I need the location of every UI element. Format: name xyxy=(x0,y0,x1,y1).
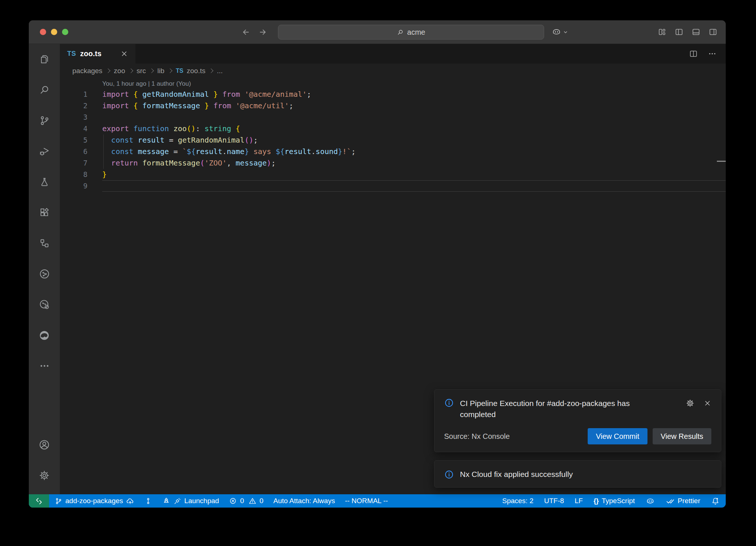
line-number: 5 xyxy=(60,134,102,146)
code-line[interactable]: 8} xyxy=(60,169,726,180)
plug-icon xyxy=(173,497,181,505)
sidebar-item-more-views[interactable] xyxy=(29,351,60,381)
code-line[interactable]: 1import { getRandomAnimal } from '@acme/… xyxy=(60,89,726,100)
notification-message: Nx Cloud fix applied successfully xyxy=(460,469,573,480)
chevron-down-icon[interactable] xyxy=(563,30,568,35)
back-arrow-icon[interactable] xyxy=(241,28,250,37)
code-line[interactable]: 4export function zoo(): string { xyxy=(60,123,726,134)
customize-layout-icon[interactable] xyxy=(657,27,667,37)
notification-close-icon[interactable] xyxy=(704,399,711,407)
breadcrumb-item[interactable]: lib xyxy=(157,67,164,75)
split-editor-icon[interactable] xyxy=(689,49,698,58)
indent-guide xyxy=(103,134,104,169)
account-button[interactable] xyxy=(29,429,60,460)
zoom-window-button[interactable] xyxy=(62,29,68,35)
forward-arrow-icon[interactable] xyxy=(258,28,267,37)
nx-console-icon xyxy=(39,238,50,249)
code-lines: 1import { getRandomAnimal } from '@acme/… xyxy=(60,89,726,192)
branch-status-item[interactable]: add-zoo-packages xyxy=(55,497,134,505)
branch-name: add-zoo-packages xyxy=(65,497,123,505)
sidebar-item-graph-search[interactable] xyxy=(29,289,60,320)
sidebar-item-edge-browser[interactable] xyxy=(29,320,60,351)
tab-zoo-ts[interactable]: TS zoo.ts xyxy=(60,44,135,64)
copilot-icon[interactable] xyxy=(551,27,561,37)
chevron-right-icon xyxy=(106,68,110,73)
toggle-secondary-sidebar-icon[interactable] xyxy=(708,27,718,37)
code-line[interactable]: 9 xyxy=(60,180,726,192)
toggle-panel-icon[interactable] xyxy=(691,27,701,37)
account-icon xyxy=(38,439,50,451)
window-controls xyxy=(40,20,68,44)
launchpad-status-item[interactable]: Launchpad xyxy=(162,497,219,505)
notification-message: CI Pipeline Execution for #add-zoo-packa… xyxy=(460,398,646,420)
code-line[interactable]: 5 const result = getRandomAnimal(); xyxy=(60,134,726,146)
close-window-button[interactable] xyxy=(40,29,46,35)
command-center-search[interactable]: acme xyxy=(278,25,544,40)
close-tab-icon[interactable] xyxy=(120,50,128,58)
breadcrumb[interactable]: packageszoosrclibTSzoo.ts... xyxy=(60,64,726,78)
sidebar-item-explorer[interactable] xyxy=(29,44,60,75)
line-number: 2 xyxy=(60,100,102,112)
minimize-window-button[interactable] xyxy=(51,29,57,35)
eol-status-item[interactable]: LF xyxy=(575,497,583,505)
breadcrumb-item[interactable]: packages xyxy=(72,67,102,75)
chevron-right-icon xyxy=(209,68,214,73)
vim-mode-status-item[interactable]: -- NORMAL -- xyxy=(345,497,388,505)
commit-status-item[interactable] xyxy=(144,497,152,505)
code-line[interactable]: 2import { formatMessage } from '@acme/ut… xyxy=(60,100,726,112)
beaker-icon xyxy=(39,176,50,188)
line-number: 8 xyxy=(60,169,102,180)
code-line[interactable]: 3 xyxy=(60,112,726,123)
graph-circle-icon xyxy=(39,268,50,280)
git-branch-icon xyxy=(55,497,62,505)
toggle-primary-sidebar-icon[interactable] xyxy=(674,27,684,37)
notification-ci-pipeline: CI Pipeline Execution for #add-zoo-packa… xyxy=(434,389,721,452)
breadcrumb-item[interactable]: zoo xyxy=(114,67,125,75)
breadcrumb-item[interactable]: src xyxy=(137,67,146,75)
line-number: 6 xyxy=(60,146,102,157)
encoding-status-item[interactable]: UTF-8 xyxy=(544,497,564,505)
notification-source: Source: Nx Console xyxy=(444,432,510,441)
tab-bar: TS zoo.ts xyxy=(60,44,726,64)
remote-indicator[interactable] xyxy=(29,494,49,508)
language-status-item[interactable]: {} TypeScript xyxy=(594,497,635,505)
notification-settings-gear-icon[interactable] xyxy=(685,399,695,408)
sidebar-item-source-control[interactable] xyxy=(29,105,60,136)
sidebar-item-testing[interactable] xyxy=(29,167,60,197)
breadcrumb-item[interactable]: ... xyxy=(217,67,223,75)
sidebar-item-search[interactable] xyxy=(29,75,60,105)
problems-status-item[interactable]: 0 0 xyxy=(229,497,263,505)
search-value: acme xyxy=(407,28,425,37)
git-blame-annotation: You, 1 hour ago | 1 author (You) xyxy=(102,79,726,89)
breadcrumb-item[interactable]: TSzoo.ts xyxy=(176,67,205,75)
error-icon xyxy=(229,497,237,505)
sidebar-item-run-debug[interactable] xyxy=(29,136,60,167)
remote-icon xyxy=(35,497,43,505)
notifications-bell[interactable] xyxy=(711,496,720,505)
chevron-right-icon xyxy=(128,68,133,73)
ellipsis-icon xyxy=(39,360,50,372)
notification-toasts: CI Pipeline Execution for #add-zoo-packa… xyxy=(434,389,721,488)
cloud-upload-icon xyxy=(126,497,134,505)
screen: acme xyxy=(0,0,756,546)
view-results-button[interactable]: View Results xyxy=(653,428,711,444)
sidebar-item-graph[interactable] xyxy=(29,259,60,289)
language-label: TypeScript xyxy=(602,497,635,505)
copilot-status-item[interactable] xyxy=(646,496,655,506)
auto-attach-status-item[interactable]: Auto Attach: Always xyxy=(274,497,335,505)
sidebar-item-extensions[interactable] xyxy=(29,197,60,228)
code-line[interactable]: 6 const message = `${result.name} says $… xyxy=(60,146,726,157)
more-actions-icon[interactable] xyxy=(708,49,717,58)
extensions-icon xyxy=(39,207,50,218)
line-number: 9 xyxy=(60,180,102,192)
code-line[interactable]: 7 return formatMessage('ZOO', message); xyxy=(60,157,726,169)
view-commit-button[interactable]: View Commit xyxy=(588,428,647,444)
formatter-status-item[interactable]: Prettier xyxy=(666,496,700,506)
typescript-file-icon: TS xyxy=(67,50,76,58)
indentation-status-item[interactable]: Spaces: 2 xyxy=(502,497,533,505)
search-icon xyxy=(397,29,404,36)
activity-bar xyxy=(29,44,60,494)
info-icon xyxy=(444,398,454,408)
sidebar-item-nx-console[interactable] xyxy=(29,228,60,259)
settings-button[interactable] xyxy=(29,460,60,491)
